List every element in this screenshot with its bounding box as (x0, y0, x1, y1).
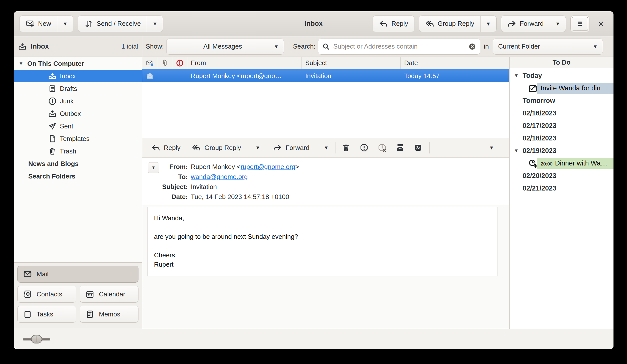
forward-split-button: Forward ▼ (501, 16, 566, 32)
send-receive-dropdown-button[interactable]: ▼ (147, 16, 163, 32)
date-column-header[interactable]: Date (401, 57, 509, 69)
todo-group-today[interactable]: ▼ Today (510, 69, 613, 82)
group-reply-dropdown-button[interactable]: ▼ (480, 16, 496, 32)
collapse-headers-button[interactable]: ▼ (148, 162, 159, 173)
preview-reply-button[interactable]: Reply (147, 140, 184, 155)
delete-message-button[interactable] (339, 140, 353, 155)
not-junk-icon (378, 143, 387, 152)
drafts-icon (48, 84, 57, 93)
date-label: Date: (142, 192, 188, 202)
preview-group-reply-dropdown[interactable]: ▼ (251, 140, 264, 155)
hamburger-menu-button[interactable] (570, 16, 589, 32)
close-icon (597, 20, 605, 28)
from-column-header[interactable]: From (187, 57, 302, 69)
search-scope-dropdown[interactable]: Current Folder ▼ (493, 39, 603, 55)
search-box (318, 39, 480, 55)
reply-button[interactable]: Reply (373, 16, 414, 32)
trash-icon (48, 147, 57, 156)
tree-root-on-this-computer[interactable]: ▼ On This Computer (14, 57, 142, 70)
attachment-column-header[interactable] (157, 57, 172, 69)
todo-group-date[interactable]: 02/18/2023 (510, 132, 613, 144)
contacts-view-button[interactable]: Contacts (17, 286, 76, 303)
forward-icon (507, 19, 516, 28)
memos-view-button[interactable]: Memos (80, 306, 138, 323)
reply-button-label: Reply (391, 20, 408, 28)
main-area: ▼ On This Computer Inbox Drafts Junk (14, 57, 613, 329)
send-receive-button-label: Send / Receive (97, 20, 141, 28)
sidebar-item-news-and-blogs[interactable]: News and Blogs (14, 157, 142, 170)
expander-icon[interactable]: ▼ (18, 61, 24, 66)
clear-search-icon[interactable] (468, 42, 477, 51)
new-button[interactable]: New (20, 16, 57, 32)
load-remote-images-button[interactable] (411, 140, 425, 155)
mark-unread-button[interactable] (393, 140, 407, 155)
pane-resize-handle[interactable] (23, 335, 50, 343)
group-reply-split-button: Group Reply ▼ (419, 16, 497, 32)
new-dropdown-button[interactable]: ▼ (57, 16, 73, 32)
search-icon (322, 42, 330, 51)
mark-not-junk-button[interactable] (375, 140, 389, 155)
view-switcher-grid: Contacts Calendar Tasks Memos (17, 286, 138, 323)
sidebar-item-label: Inbox (60, 72, 76, 80)
send-receive-icon (84, 19, 93, 28)
sidebar-item-sent[interactable]: Sent (14, 120, 142, 132)
expander-icon[interactable]: ▼ (513, 73, 520, 78)
sidebar-item-junk[interactable]: Junk (14, 95, 142, 107)
todo-group-date[interactable]: 02/21/2023 (510, 182, 613, 195)
forward-dropdown-button[interactable]: ▼ (550, 16, 566, 32)
current-folder-summary: Inbox 1 total (14, 36, 142, 57)
todo-group-tomorrow[interactable]: Tomorrow (510, 94, 613, 107)
folder-sidebar: ▼ On This Computer Inbox Drafts Junk (14, 57, 142, 329)
evolution-window: New ▼ Send / Receive ▼ Inbox (14, 11, 613, 349)
filter-bar: Inbox 1 total Show: All Messages ▼ Searc… (14, 36, 613, 57)
status-bar (14, 329, 613, 349)
window-close-button[interactable] (594, 17, 608, 31)
sidebar-item-inbox[interactable]: Inbox (14, 70, 142, 82)
preview-forward-button[interactable]: Forward (269, 140, 313, 155)
todo-group-date[interactable]: 02/20/2023 (510, 169, 613, 182)
group-reply-button[interactable]: Group Reply (419, 16, 480, 32)
new-split-button: New ▼ (19, 16, 73, 32)
mail-view-button[interactable]: Mail (17, 266, 138, 283)
date-value: Tue, 14 Feb 2023 14:57:18 +0100 (191, 192, 509, 202)
preview-forward-dropdown[interactable]: ▼ (320, 140, 333, 155)
show-filter-dropdown[interactable]: All Messages ▼ (166, 39, 284, 55)
body-line: Hi Wanda, (154, 214, 491, 223)
todo-group-date[interactable]: 02/16/2023 (510, 107, 613, 119)
from-email-link[interactable]: rupert@gnome.org (241, 163, 295, 170)
header-right-group: Reply Group Reply ▼ Forward (373, 16, 608, 32)
sidebar-item-templates[interactable]: Templates (14, 132, 142, 145)
send-receive-button[interactable]: Send / Receive (78, 16, 147, 32)
tasks-view-button[interactable]: Tasks (17, 306, 76, 323)
message-row-from: Rupert Monkey <rupert@gno… (187, 72, 302, 80)
todo-group-date-expanded[interactable]: ▼ 02/19/2023 (510, 144, 613, 157)
preview-group-reply-button[interactable]: Group Reply (188, 140, 245, 155)
status-column-header[interactable] (142, 57, 157, 69)
tasks-icon (23, 310, 32, 319)
sidebar-group-label: Search Folders (28, 172, 75, 180)
todo-event-item[interactable]: 20:00 Dinner with Wa… (510, 157, 613, 169)
preview-more-options-dropdown[interactable]: ▼ (485, 140, 498, 155)
search-input[interactable] (333, 43, 465, 50)
memos-view-label: Memos (99, 310, 120, 318)
new-appointment-icon (528, 159, 538, 168)
pane-handle-knob[interactable] (31, 335, 42, 343)
message-row[interactable]: Rupert Monkey <rupert@gno… Invitation To… (142, 69, 509, 82)
sidebar-item-trash[interactable]: Trash (14, 145, 142, 157)
sidebar-item-drafts[interactable]: Drafts (14, 82, 142, 95)
todo-task-item[interactable]: Invite Wanda for din… (510, 82, 613, 94)
important-column-header[interactable] (172, 57, 187, 69)
to-email-link[interactable]: wanda@gnome.org (191, 173, 248, 180)
todo-task-label: Invite Wanda for din… (541, 84, 607, 92)
calendar-view-button[interactable]: Calendar (80, 286, 138, 303)
mark-junk-button[interactable] (357, 140, 371, 155)
expander-icon[interactable]: ▼ (513, 148, 520, 153)
subject-column-header[interactable]: Subject (302, 57, 401, 69)
search-scope-value: Current Folder (498, 43, 593, 50)
sidebar-item-outbox[interactable]: Outbox (14, 107, 142, 120)
todo-task-highlight: Invite Wanda for din… (537, 83, 613, 94)
forward-button[interactable]: Forward (501, 16, 550, 32)
sidebar-item-search-folders[interactable]: Search Folders (14, 170, 142, 183)
chevron-down-icon: ▼ (63, 21, 68, 26)
todo-group-date[interactable]: 02/17/2023 (510, 119, 613, 132)
